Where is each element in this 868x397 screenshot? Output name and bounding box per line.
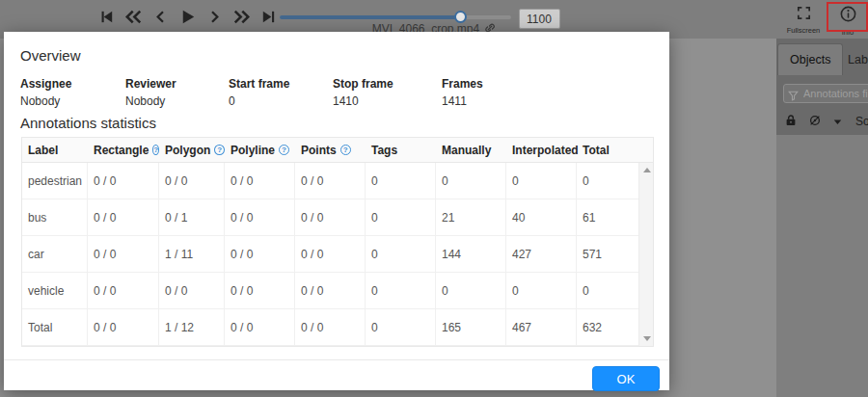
first-frame-icon <box>98 9 115 25</box>
stat-cell: 0 / 0 <box>159 273 225 308</box>
field-label: Assignee <box>20 77 125 91</box>
scroll-down-icon[interactable] <box>643 336 651 341</box>
field-value: 1410 <box>333 94 442 108</box>
question-circle-icon[interactable]: ? <box>214 145 225 155</box>
stat-cell: 0 / 0 <box>295 273 366 308</box>
table-body: pedestrian0 / 00 / 00 / 00 / 00000bus0 /… <box>22 163 653 346</box>
stat-cell: 40 <box>506 199 577 235</box>
stat-cell: 0 <box>436 163 506 198</box>
stats-title: Annotations statistics <box>20 115 156 131</box>
row-label-cell: bus <box>22 199 88 235</box>
stat-cell: 427 <box>506 236 577 272</box>
stat-cell: 0 <box>506 163 577 198</box>
column-header-rectangle: Rectangle? <box>88 138 159 162</box>
table-row: vehicle0 / 00 / 00 / 00 / 00000 <box>22 273 653 309</box>
overview-title: Overview <box>20 47 81 64</box>
caret-down-icon[interactable] <box>832 114 843 131</box>
stat-cell: 0 <box>366 273 436 308</box>
first-frame-button[interactable] <box>96 7 116 26</box>
field-value: 0 <box>229 94 333 108</box>
column-header-polyline: Polyline? <box>225 138 295 162</box>
play-icon <box>178 8 197 26</box>
column-header-label: Rectangle <box>94 144 149 157</box>
column-header-label: Points <box>301 144 337 157</box>
scroll-up-icon[interactable] <box>643 168 651 172</box>
column-header-label: Polygon <box>165 144 210 157</box>
backward-jump-button[interactable] <box>123 7 143 26</box>
stat-cell: 0 / 0 <box>88 236 159 272</box>
stat-cell: 632 <box>577 309 638 345</box>
next-frame-button[interactable] <box>204 7 224 26</box>
stat-cell: 0 / 0 <box>88 273 159 308</box>
filter-funnel-icon <box>788 88 799 105</box>
stat-cell: 571 <box>577 236 638 272</box>
eye-slash-icon[interactable] <box>808 114 822 131</box>
table-row: car0 / 01 / 110 / 00 / 00144427571 <box>22 236 653 273</box>
stat-cell: 144 <box>436 236 506 272</box>
overview-field: Stop frame1410 <box>333 77 442 108</box>
table-scrollbar[interactable] <box>638 163 653 346</box>
job-info-modal: Overview AssigneeNobodyReviewerNobodySta… <box>4 32 669 390</box>
cvat-annotation-screen: MVI_4066_crop.mp4 Fullscreen Info Object… <box>0 0 868 397</box>
stat-cell: 165 <box>436 309 506 345</box>
column-header-label: Total <box>583 144 610 157</box>
stat-cell: 0 / 0 <box>225 163 295 198</box>
lock-icon[interactable] <box>784 114 798 131</box>
previous-frame-button[interactable] <box>150 7 170 26</box>
stat-cell: 0 <box>577 163 638 198</box>
row-label-cell: pedestrian <box>22 163 88 198</box>
column-header-total: Total <box>577 138 638 162</box>
stat-cell: 0 <box>436 273 506 308</box>
last-frame-icon <box>260 9 277 25</box>
tab-objects[interactable]: Objects <box>777 43 843 75</box>
sort-label: So <box>855 115 868 128</box>
stat-cell: 0 / 1 <box>159 199 225 235</box>
column-header-points: Points? <box>295 138 366 162</box>
overview-fields: AssigneeNobodyReviewerNobodyStart frame0… <box>20 77 519 108</box>
last-frame-button[interactable] <box>258 7 278 26</box>
overview-field: Frames1411 <box>442 77 519 108</box>
stat-cell: 0 / 0 <box>295 236 366 272</box>
column-header-label: Manually <box>442 144 491 157</box>
info-highlight-box <box>827 2 868 32</box>
question-circle-icon[interactable]: ? <box>340 145 351 155</box>
question-circle-icon[interactable]: ? <box>279 145 289 155</box>
field-label: Start frame <box>229 77 333 91</box>
table-header-row: LabelRectangle?Polygon?Polyline?Points?T… <box>22 138 653 163</box>
stat-cell: 0 / 0 <box>88 309 159 345</box>
stat-cell: 0 <box>366 199 436 235</box>
field-label: Frames <box>442 77 519 91</box>
row-label-cell: vehicle <box>22 273 88 308</box>
column-header-polygon: Polygon? <box>159 138 225 162</box>
stat-cell: 0 / 0 <box>225 309 295 345</box>
stat-cell: 467 <box>506 309 577 345</box>
column-header-tags: Tags <box>366 138 436 162</box>
field-label: Reviewer <box>125 77 229 91</box>
ok-button[interactable]: OK <box>592 366 660 391</box>
overview-field: ReviewerNobody <box>125 77 229 108</box>
next-frame-icon <box>206 9 223 25</box>
fullscreen-icon <box>796 5 812 25</box>
stat-cell: 0 / 0 <box>88 199 159 235</box>
stat-cell: 61 <box>577 199 638 235</box>
play-button[interactable] <box>177 7 197 26</box>
column-header-label: Tags <box>371 144 397 157</box>
row-label-cell: Total <box>22 309 88 345</box>
overview-field: AssigneeNobody <box>20 77 125 108</box>
field-label: Stop frame <box>333 77 442 91</box>
table-row: bus0 / 00 / 10 / 00 / 00214061 <box>22 199 653 236</box>
sidebar-tabs: Objects Labels <box>776 39 868 75</box>
tab-labels[interactable]: Labels <box>836 43 868 75</box>
stat-cell: 1 / 11 <box>159 236 225 272</box>
sidebar-header: Objects Labels So <box>776 39 868 135</box>
previous-frame-icon <box>152 9 169 25</box>
stat-cell: 0 / 0 <box>159 163 225 198</box>
stat-cell: 0 <box>366 236 436 272</box>
stat-cell: 0 <box>366 163 436 198</box>
row-label-cell: car <box>22 236 88 272</box>
fullscreen-button[interactable]: Fullscreen <box>785 5 822 35</box>
field-value: Nobody <box>20 94 125 108</box>
overview-field: Start frame0 <box>229 77 333 108</box>
column-header-manually: Manually <box>436 138 506 162</box>
forward-jump-button[interactable] <box>231 7 251 26</box>
